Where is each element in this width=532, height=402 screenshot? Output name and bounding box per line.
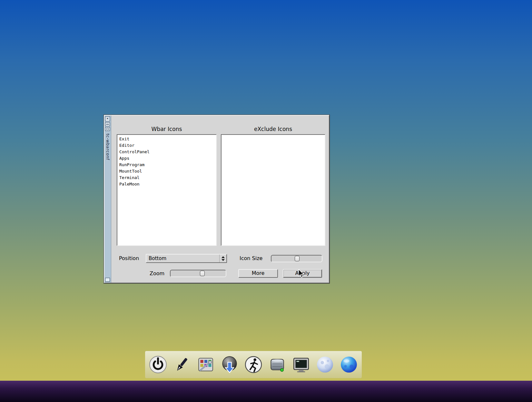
list-item[interactable]: Apps [117, 155, 216, 162]
mount-tool-icon[interactable] [267, 354, 288, 375]
arrow-down-icon [222, 259, 225, 261]
terminal-icon[interactable] [291, 354, 311, 375]
arrow-up-icon [222, 256, 225, 258]
exclude-icons-list[interactable] [221, 134, 325, 246]
dock [145, 351, 362, 378]
mouse-cursor [298, 269, 306, 279]
close-button[interactable]: ✕ [105, 116, 110, 121]
position-value: Bottom [146, 256, 219, 261]
run-program-icon[interactable] [243, 354, 264, 375]
icon-size-slider-thumb[interactable] [295, 256, 300, 261]
exclude-icons-label: eXclude Icons [221, 126, 325, 132]
apps-icon[interactable] [219, 354, 240, 375]
window-title: tc-wbarconf [104, 134, 111, 250]
window-titlebar[interactable]: ✕ tc-wbarconf [104, 116, 111, 283]
list-item[interactable]: Terminal [117, 175, 216, 181]
list-item[interactable]: RunProgram [117, 162, 216, 168]
zoom-slider[interactable] [170, 270, 226, 277]
bottom-strip [0, 381, 532, 402]
list-item[interactable]: PaleMoon [117, 181, 216, 187]
control-panel-icon[interactable] [195, 354, 216, 375]
icon-size-label: Icon Size [240, 254, 262, 263]
wbar-icons-list[interactable]: Exit Editor ControlPanel Apps RunProgram… [117, 134, 217, 246]
shade-bar-icon [106, 124, 109, 125]
list-item[interactable]: MountTool [117, 168, 216, 175]
desktop: ✕ tc-wbarconf Wbar Icons eXclude Icons E… [0, 0, 532, 402]
more-button[interactable]: More [238, 269, 278, 278]
zoom-slider-thumb[interactable] [200, 271, 205, 276]
list-item[interactable]: Exit [117, 136, 216, 142]
exit-icon[interactable] [148, 354, 168, 375]
globe-icon[interactable] [339, 354, 359, 375]
position-label: Position [119, 254, 139, 263]
palemoon-icon[interactable] [315, 354, 335, 375]
position-dropdown[interactable]: Bottom [146, 254, 227, 263]
zoom-label: Zoom [150, 269, 164, 278]
list-item[interactable]: Editor [117, 142, 216, 149]
iconify-button[interactable] [105, 127, 110, 131]
dropdown-arrows-icon [219, 255, 226, 262]
icon-size-slider[interactable] [271, 255, 322, 262]
tc-wbarconf-window: ✕ tc-wbarconf Wbar Icons eXclude Icons E… [104, 115, 330, 283]
wbar-icons-label: Wbar Icons [117, 126, 217, 132]
list-item[interactable]: ControlPanel [117, 149, 216, 155]
resize-button[interactable] [105, 278, 110, 282]
shade-button[interactable] [105, 122, 110, 126]
editor-icon[interactable] [172, 354, 192, 375]
iconify-square-icon [106, 128, 109, 130]
